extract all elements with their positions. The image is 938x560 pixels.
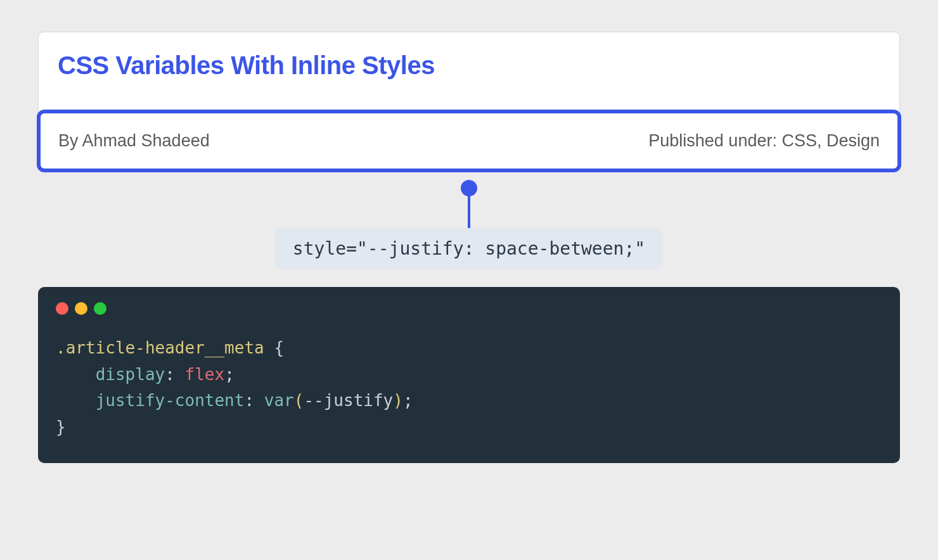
code-prop-justify: justify-content (96, 391, 245, 410)
code-open-brace: { (264, 338, 284, 357)
close-icon (56, 302, 68, 315)
inline-style-annotation: style="--justify: space-between;" (275, 228, 663, 269)
code-colon: : (165, 365, 175, 384)
maximize-icon (94, 302, 106, 315)
code-prop-display: display (96, 365, 165, 384)
code-block: .article-header__meta { display: flex; j… (38, 287, 900, 463)
author-label: By Ahmad Shadeed (58, 131, 210, 151)
article-meta-row: By Ahmad Shadeed Published under: CSS, D… (37, 110, 901, 172)
code-value-flex: flex (185, 365, 225, 384)
code-semi2: ; (403, 391, 413, 410)
article-header-card: CSS Variables With Inline Styles By Ahma… (38, 32, 900, 171)
code-close-brace: } (56, 417, 66, 436)
code-selector: .article-header__meta (56, 338, 264, 357)
code-lparen: ( (294, 391, 304, 410)
code-colon2: : (244, 391, 254, 410)
code-varname: --justify (304, 391, 393, 410)
article-title: CSS Variables With Inline Styles (39, 51, 899, 111)
code-rparen: ) (393, 391, 403, 410)
code-content: .article-header__meta { display: flex; j… (56, 335, 882, 440)
published-label: Published under: CSS, Design (648, 131, 880, 151)
minimize-icon (75, 302, 87, 315)
annotation-connector: style="--justify: space-between;" (38, 171, 900, 269)
code-func-var: var (264, 391, 294, 410)
window-controls (56, 302, 882, 315)
connector-line (468, 190, 470, 228)
code-semi: ; (224, 365, 234, 384)
